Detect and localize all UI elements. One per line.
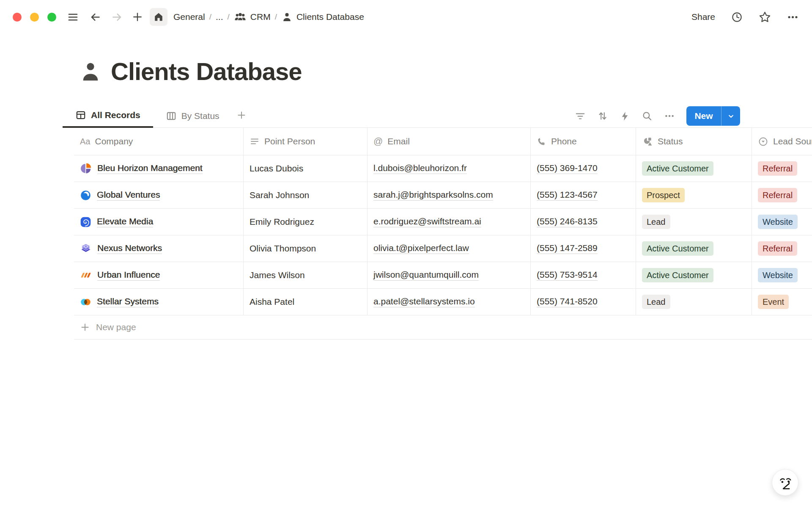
table-row[interactable]: Nexus NetworksOlivia Thompsonolivia.t@pi… bbox=[74, 235, 812, 262]
page-title[interactable]: Clients Database bbox=[111, 59, 302, 84]
table-view-icon bbox=[75, 110, 86, 121]
minimize-window-button[interactable] bbox=[30, 13, 39, 22]
status-cell[interactable]: Active Customer bbox=[636, 262, 752, 289]
breadcrumb-team[interactable]: CRM bbox=[250, 12, 271, 22]
point-person-cell[interactable]: Olivia Thompson bbox=[244, 235, 368, 262]
column-header-phone[interactable]: Phone bbox=[531, 128, 636, 155]
lead-source-badge: Referral bbox=[758, 161, 797, 176]
lead-source-cell[interactable]: Referral bbox=[752, 155, 812, 182]
status-cell[interactable]: Lead bbox=[636, 209, 752, 235]
zoom-window-button[interactable] bbox=[47, 13, 56, 22]
breadcrumb-separator: / bbox=[228, 12, 230, 22]
column-header-email[interactable]: @Email bbox=[368, 128, 531, 155]
table-row[interactable]: Global VenturesSarah Johnsonsarah.j@brig… bbox=[74, 182, 812, 209]
text-aa-icon: Aa bbox=[80, 137, 90, 146]
back-icon[interactable] bbox=[90, 11, 101, 23]
point-person-cell[interactable]: Emily Rodriguez bbox=[244, 209, 368, 235]
phone-cell[interactable]: (555) 123-4567 bbox=[531, 182, 636, 209]
point-person-cell[interactable]: James Wilson bbox=[244, 262, 368, 289]
phone-cell[interactable]: (555) 147-2589 bbox=[531, 235, 636, 262]
close-window-button[interactable] bbox=[13, 13, 22, 22]
point-person-cell[interactable]: Sarah Johnson bbox=[244, 182, 368, 209]
column-header-status[interactable]: Status bbox=[636, 128, 752, 155]
column-header-lead-source[interactable]: Lead Source bbox=[752, 128, 812, 155]
status-cell[interactable]: Lead bbox=[636, 289, 752, 315]
new-record-label[interactable]: New bbox=[686, 106, 721, 126]
window-titlebar: General / ... / CRM / Clients Database S… bbox=[0, 0, 812, 34]
forward-icon[interactable] bbox=[111, 11, 123, 23]
breadcrumb-page[interactable]: Clients Database bbox=[296, 12, 364, 22]
company-cell[interactable]: Urban Influence bbox=[74, 262, 244, 289]
company-cell[interactable]: Elevate Media bbox=[74, 209, 244, 235]
sort-icon[interactable] bbox=[597, 110, 608, 121]
new-record-button[interactable]: New bbox=[686, 106, 740, 126]
more-options-icon[interactable] bbox=[787, 11, 798, 23]
view-tab-all-records[interactable]: All Records bbox=[63, 104, 153, 128]
automation-zap-icon[interactable] bbox=[620, 111, 630, 121]
history-clock-icon[interactable] bbox=[731, 11, 743, 23]
email-cell[interactable]: sarah.j@brightsparksolns.com bbox=[368, 182, 531, 209]
page-icon-person[interactable] bbox=[79, 61, 102, 83]
status-icon bbox=[642, 136, 653, 147]
breadcrumb-ellipsis[interactable]: ... bbox=[216, 12, 223, 22]
company-logo-icon bbox=[80, 296, 91, 308]
company-cell[interactable]: Nexus Networks bbox=[74, 235, 244, 262]
favorite-star-icon[interactable] bbox=[759, 11, 771, 23]
status-cell[interactable]: Active Customer bbox=[636, 155, 752, 182]
view-tab-by-status[interactable]: By Status bbox=[153, 104, 232, 128]
status-badge: Lead bbox=[642, 215, 670, 229]
new-page-row[interactable]: New page bbox=[74, 315, 812, 340]
lead-source-cell[interactable]: Website bbox=[752, 209, 812, 235]
status-badge: Active Customer bbox=[642, 161, 713, 176]
home-icon[interactable] bbox=[150, 8, 167, 26]
email-cell[interactable]: jwilson@quantumquill.com bbox=[368, 262, 531, 289]
add-view-icon[interactable] bbox=[236, 110, 247, 122]
breadcrumb-separator: / bbox=[209, 12, 211, 22]
lead-source-cell[interactable]: Event bbox=[752, 289, 812, 315]
email-cell[interactable]: a.patel@stellarsystems.io bbox=[368, 289, 531, 315]
new-record-dropdown-chevron-icon[interactable] bbox=[721, 106, 740, 126]
column-header-company[interactable]: AaCompany bbox=[74, 128, 244, 155]
status-badge: Active Customer bbox=[642, 268, 713, 282]
point-person-cell[interactable]: Aisha Patel bbox=[244, 289, 368, 315]
breadcrumb-root[interactable]: General bbox=[173, 12, 205, 22]
table-row[interactable]: Stellar SystemsAisha Patela.patel@stella… bbox=[74, 289, 812, 315]
notion-ai-button[interactable] bbox=[772, 469, 798, 496]
phone-cell[interactable]: (555) 753-9514 bbox=[531, 262, 636, 289]
lead-source-badge: Referral bbox=[758, 241, 797, 256]
breadcrumb-separator: / bbox=[275, 12, 277, 22]
lead-source-badge: Website bbox=[758, 215, 798, 229]
lead-source-cell[interactable]: Referral bbox=[752, 235, 812, 262]
status-cell[interactable]: Active Customer bbox=[636, 235, 752, 262]
company-cell[interactable]: Bleu Horizon Management bbox=[74, 155, 244, 182]
phone-icon bbox=[537, 137, 546, 146]
view-options-icon[interactable] bbox=[664, 110, 675, 121]
status-cell[interactable]: Prospect bbox=[636, 182, 752, 209]
new-tab-icon[interactable] bbox=[132, 11, 143, 22]
share-button[interactable]: Share bbox=[691, 12, 715, 22]
sidebar-menu-icon[interactable] bbox=[67, 11, 79, 23]
company-cell[interactable]: Global Ventures bbox=[74, 182, 244, 209]
phone-cell[interactable]: (555) 741-8520 bbox=[531, 289, 636, 315]
table-row[interactable]: Urban InfluenceJames Wilsonjwilson@quant… bbox=[74, 262, 812, 289]
filter-icon[interactable] bbox=[575, 110, 586, 121]
email-cell[interactable]: l.dubois@bleuhorizon.fr bbox=[368, 155, 531, 182]
table-row[interactable]: Bleu Horizon ManagementLucas Duboisl.dub… bbox=[74, 155, 812, 182]
status-badge: Prospect bbox=[642, 188, 685, 202]
company-cell[interactable]: Stellar Systems bbox=[74, 289, 244, 315]
phone-cell[interactable]: (555) 246-8135 bbox=[531, 209, 636, 235]
column-header-point-person[interactable]: Point Person bbox=[244, 128, 368, 155]
at-icon: @ bbox=[373, 136, 383, 147]
search-icon[interactable] bbox=[642, 110, 653, 121]
team-icon bbox=[234, 11, 247, 23]
phone-cell[interactable]: (555) 369-1470 bbox=[531, 155, 636, 182]
point-person-cell[interactable]: Lucas Dubois bbox=[244, 155, 368, 182]
lead-source-cell[interactable]: Website bbox=[752, 262, 812, 289]
email-cell[interactable]: e.rodriguez@swiftstream.ai bbox=[368, 209, 531, 235]
lead-source-cell[interactable]: Referral bbox=[752, 182, 812, 209]
table-row[interactable]: Elevate MediaEmily Rodrigueze.rodriguez@… bbox=[74, 209, 812, 235]
status-badge: Active Customer bbox=[642, 241, 713, 256]
email-cell[interactable]: olivia.t@pixelperfect.law bbox=[368, 235, 531, 262]
company-logo-icon bbox=[80, 190, 91, 201]
view-tabs: All RecordsBy Status bbox=[63, 104, 247, 128]
